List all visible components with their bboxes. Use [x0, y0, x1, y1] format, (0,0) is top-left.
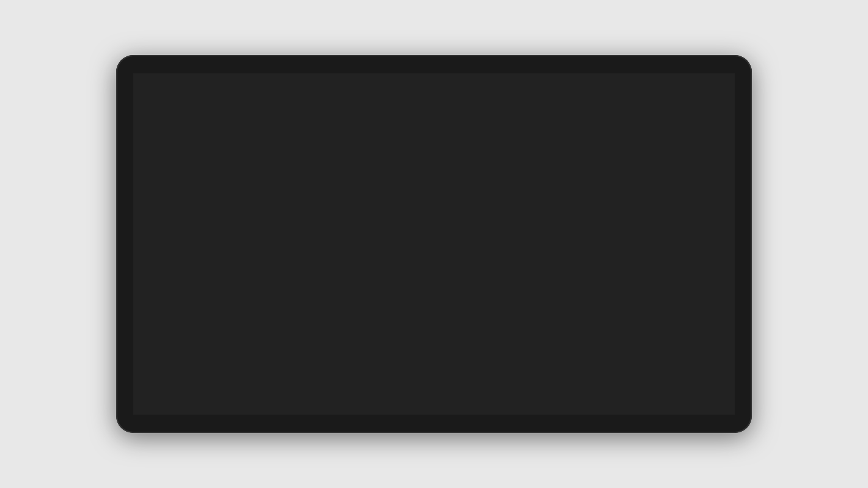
tablet-frame [116, 55, 752, 433]
